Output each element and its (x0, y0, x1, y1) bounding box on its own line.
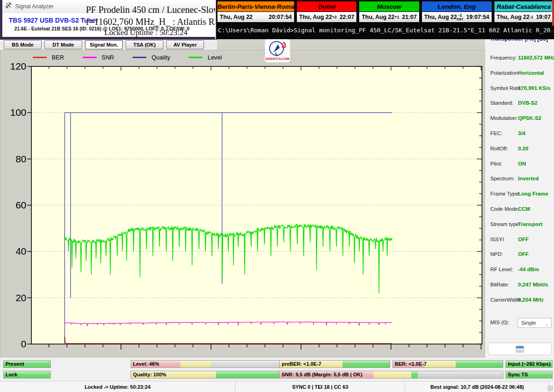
present-indicator: Present (3, 360, 51, 368)
y-axis-label: 120 (0, 61, 26, 71)
clock-time-row: Thu, Aug 22 20:07:54 (217, 12, 294, 22)
parameter-value: OFF (518, 251, 529, 257)
clock-time: 22:07 (339, 14, 354, 20)
parameter-label: Polarization: (490, 70, 519, 76)
legend-item: Level (189, 54, 222, 61)
clock-utc-offset: -1 DST (457, 13, 464, 21)
clock-city-label: Rabat-Casablanca (494, 1, 553, 12)
world-clock: Berlin-Paris-Vienna-Roma Thu, Aug 22 20:… (217, 1, 295, 23)
clock-date: Thu, Aug 22 (424, 14, 457, 20)
tab-label: Signal Mon. (90, 42, 118, 48)
legend-label: SNR (102, 54, 114, 61)
parameter-value: OFF (518, 237, 529, 242)
signal-chart-panel: BER SNR Quality Level 020406080100120 (0, 50, 485, 357)
parameter-label: NPD: (490, 251, 503, 257)
resize-grip[interactable] (548, 386, 553, 391)
chevron-down-icon: ⌄ (545, 319, 549, 328)
tab-label: AV Player (174, 42, 197, 48)
legend-item: BER (33, 54, 64, 61)
clock-date: Thu, Aug 22 (220, 14, 253, 20)
legend-line-swatch (132, 57, 146, 58)
snr-bar: SNR: 9,5 dB (Margin: 5,5 dB | OK) (279, 371, 503, 379)
parameter-label: CarrierWidth: (490, 297, 522, 303)
world-clock: Dubai Thu, Aug 22 +2 22:07 (296, 1, 357, 23)
parameter-value: -44 dBm (518, 267, 539, 272)
transponder-panel: Transponder [A6] [B5] Frequency: 11602,5… (485, 39, 554, 357)
parameter-label: BitRate: (490, 282, 509, 287)
y-axis-label: 60 (0, 200, 26, 210)
clock-time-row: Thu, Aug 22 -1 19:07 (494, 12, 553, 22)
stream-tool-button[interactable] (488, 343, 552, 355)
antenna-location: PF Prodelin 450 cm / Lucenec-Slovakia (86, 5, 206, 15)
mis-row: MIS (0): Single ⌄ (485, 317, 554, 328)
parameter-label: Symbol Rate: (490, 85, 522, 91)
mode-tab[interactable]: AV Player (166, 40, 204, 49)
parameter-row: Code Mode: CCM (485, 205, 554, 214)
parameter-value: 0,204 MHz (518, 297, 544, 303)
window-title: Signal Analyzer (15, 3, 54, 10)
sync-ts-indicator: Sync TS (506, 371, 553, 379)
clock-time: 20:07:54 (269, 14, 292, 20)
dxsatcs-logo: DXSATCS.COM (265, 39, 290, 63)
status-uptime: Locked -> Uptime: 50:23:24 (0, 381, 235, 392)
parameter-row: RF Level: -44 dBm (485, 265, 554, 274)
parameter-value: 3/4 (518, 131, 525, 136)
parameter-label: Stream type: (490, 221, 520, 227)
parameter-value: 11602,572 MHz (518, 55, 554, 60)
parameter-value: DVB-S2 (518, 100, 537, 106)
mode-tab[interactable]: DT Mode (44, 40, 82, 49)
lock-indicator: Lock (3, 371, 51, 379)
y-axis-label: 100 (0, 107, 26, 118)
parameter-row: Frequency: 11602,572 MHz (485, 53, 554, 63)
parameter-value: 170,991 KS/s (518, 85, 550, 91)
world-clock: Moscow Thu, Aug 22 +1 21:07 (359, 1, 419, 23)
mis-label: MIS (0): (490, 320, 509, 325)
clock-time-row: Thu, Aug 22 +1 21:07 (359, 12, 419, 22)
parameter-row: Polarization: Horizontal (485, 69, 554, 78)
parameter-row: Frame Type: Long Frame (485, 190, 554, 199)
app-icon (5, 2, 12, 11)
clock-date: Thu, Aug 22 (497, 14, 530, 20)
parameter-label: Spectrum: (490, 176, 514, 181)
clock-time: 21:07 (402, 14, 417, 20)
legend-item: Quality (132, 54, 170, 61)
parameter-value: Inverted (518, 176, 539, 181)
clock-time-row: Thu, Aug 22 +2 22:07 (297, 12, 356, 22)
mode-tab[interactable]: TSA (OK) (126, 40, 163, 49)
clock-utc-offset: -1 (530, 15, 533, 19)
mis-select[interactable]: Single ⌄ (518, 318, 552, 328)
locked-uptime: Locked Uptime : 50:23:24 (86, 28, 206, 37)
parameter-row: ISSYI OFF (485, 235, 554, 244)
parameter-value: ON (518, 161, 526, 166)
legend-line-swatch (33, 57, 47, 58)
mode-tab[interactable]: Signal Mon. (85, 40, 123, 49)
mis-selected-value: Single (521, 320, 536, 326)
parameter-value: QPSK-S2 (518, 115, 542, 121)
mode-tabs: BS Mode DT Mode Signal Mon. TSA (OK) AV … (4, 40, 204, 49)
tab-label: TSA (OK) (133, 42, 156, 48)
legend-label: Level (208, 54, 222, 61)
parameter-row: FEC: 3/4 (485, 129, 554, 138)
clock-date: Thu, Aug 22 (361, 14, 394, 20)
quality-bar: Quality: 100% (131, 371, 281, 379)
parameter-value: 0.20 (518, 146, 528, 151)
level-bar: Level: 46% (131, 360, 281, 368)
y-axis-label: 80 (0, 154, 26, 164)
status-sync-counters: SYNC 0 | TEI 18 | CC 63 (235, 381, 405, 392)
background-window-edge (552, 0, 554, 26)
parameter-row: NPD: OFF (485, 250, 554, 259)
logo-text: DXSATCS.COM (265, 57, 289, 60)
chart-legend: BER SNR Quality Level (33, 54, 241, 61)
parameter-row: CarrierWidth: 0,204 MHz (485, 296, 554, 305)
terminal-command-line[interactable]: C:\Users\Roman Dávid>Signal monitoring_P… (218, 27, 552, 34)
mode-tab[interactable]: BS Mode (4, 40, 42, 49)
parameter-label: Standard: (490, 100, 513, 106)
parameter-row: Modulation: QPSK-S2 (485, 114, 554, 123)
parameter-value: CCM (518, 206, 530, 212)
parameter-row: RollOff: 0.20 (485, 144, 554, 154)
legend-line-swatch (189, 57, 203, 58)
window-stack-icon (516, 346, 524, 352)
parameter-label: Code Mode: (490, 206, 519, 212)
clock-time-row: Thu, Aug 22 -1 DST 19:07:54 (422, 12, 492, 22)
clock-utc-offset: +1 (394, 15, 399, 19)
